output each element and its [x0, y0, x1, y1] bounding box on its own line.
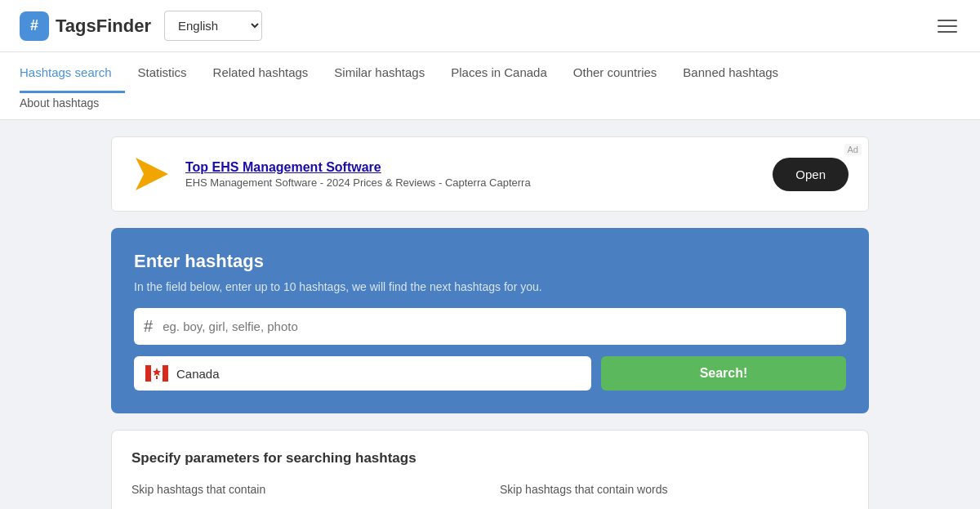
ad-subtitle: EHS Management Software - 2024 Prices & …: [185, 176, 760, 189]
header-left: # TagsFinder English: [20, 11, 262, 41]
params-row: Skip hashtags that contain Skip hashtags…: [131, 483, 849, 504]
country-select[interactable]: Canada: [134, 356, 591, 391]
nav-item-about-hashtags[interactable]: About hashtags: [20, 93, 99, 116]
params-col-2-label: Skip hashtags that contain words: [500, 483, 849, 496]
language-select[interactable]: English: [164, 11, 262, 41]
nav-item-banned-hashtags[interactable]: Banned hashtags: [670, 52, 791, 93]
hashtag-symbol: #: [134, 317, 163, 336]
params-col-2: Skip hashtags that contain words: [500, 483, 849, 504]
nav-item-other-countries[interactable]: Other countries: [560, 52, 670, 93]
logo-text: TagsFinder: [56, 16, 151, 37]
hamburger-line-2: [938, 25, 957, 27]
search-card-description: In the field below, enter up to 10 hasht…: [134, 280, 846, 293]
header: # TagsFinder English: [0, 0, 980, 52]
params-title: Specify parameters for searching hashtag…: [131, 450, 849, 467]
nav-row-primary: Hashtags search Statistics Related hasht…: [20, 52, 960, 93]
params-card: Specify parameters for searching hashtag…: [111, 430, 869, 509]
country-search-row: Canada Search!: [134, 356, 846, 391]
logo-icon: #: [20, 11, 49, 41]
svg-rect-5: [163, 365, 168, 382]
params-col-1-label: Skip hashtags that contain: [131, 483, 480, 496]
svg-rect-4: [145, 365, 151, 382]
country-label: Canada: [176, 367, 220, 381]
svg-marker-0: [136, 158, 168, 190]
ad-label: Ad: [844, 144, 862, 155]
ad-title[interactable]: Top EHS Management Software: [185, 160, 760, 175]
main-nav: Hashtags search Statistics Related hasht…: [0, 52, 980, 120]
nav-row-secondary: About hashtags: [20, 93, 960, 119]
nav-item-related-hashtags[interactable]: Related hashtags: [200, 52, 322, 93]
nav-item-statistics[interactable]: Statistics: [125, 52, 200, 93]
hamburger-line-1: [938, 20, 957, 21]
hamburger-menu-button[interactable]: [934, 16, 960, 36]
nav-item-similar-hashtags[interactable]: Similar hashtags: [321, 52, 438, 93]
hamburger-line-3: [938, 31, 957, 33]
ad-open-button[interactable]: Open: [773, 158, 849, 191]
params-col-1: Skip hashtags that contain: [131, 483, 480, 504]
svg-rect-7: [156, 376, 158, 379]
logo[interactable]: # TagsFinder: [20, 11, 151, 41]
canada-flag-icon: [145, 365, 168, 382]
nav-item-places-canada[interactable]: Places in Canada: [438, 52, 560, 93]
nav-item-hashtags-search[interactable]: Hashtags search: [20, 52, 125, 93]
search-card: Enter hashtags In the field below, enter…: [111, 228, 869, 413]
ad-banner: Ad Top EHS Management Software EHS Manag…: [111, 136, 869, 212]
main-content: Ad Top EHS Management Software EHS Manag…: [98, 120, 882, 509]
hashtag-input-row: #: [134, 308, 846, 345]
ad-content: Top EHS Management Software EHS Manageme…: [185, 160, 760, 189]
ad-icon: [131, 154, 172, 194]
search-card-title: Enter hashtags: [134, 251, 846, 272]
search-button[interactable]: Search!: [601, 356, 846, 391]
hashtag-input[interactable]: [163, 308, 846, 345]
